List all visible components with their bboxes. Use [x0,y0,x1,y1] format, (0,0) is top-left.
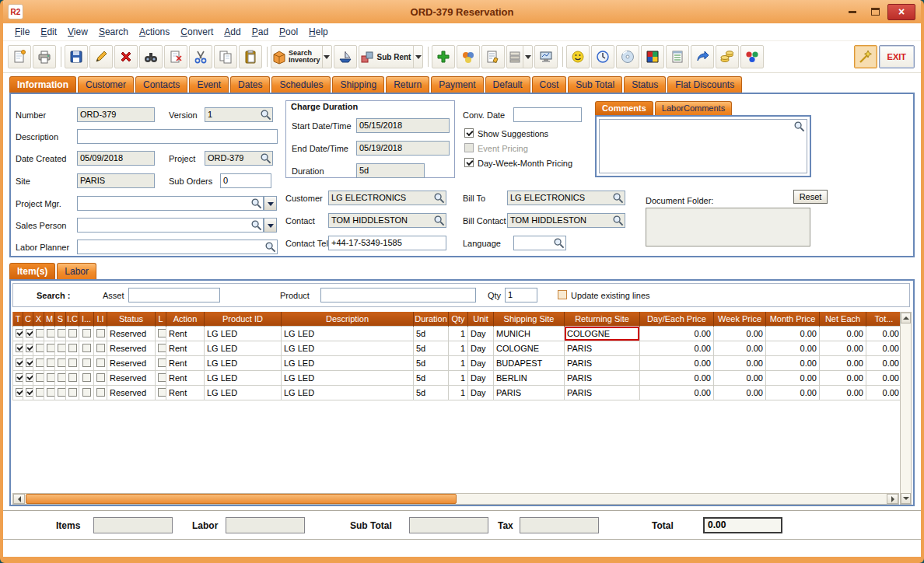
reports-button[interactable] [534,45,558,68]
qty-cell[interactable]: 1 [449,355,468,370]
row-checkbox[interactable] [58,358,66,367]
customer-field[interactable]: LG ELECTRONICS [328,191,446,205]
unit-cell[interactable]: Day [468,341,494,355]
find-button[interactable] [139,45,163,68]
row-checkbox[interactable] [68,358,77,367]
menu-edit[interactable]: Edit [35,23,62,40]
row-checkbox[interactable] [47,373,55,382]
checkbox-cell[interactable] [13,341,23,355]
checkbox-cell[interactable] [79,370,94,385]
returning-site-cell[interactable]: PARIS [565,341,640,355]
row-checkbox[interactable] [26,373,33,382]
bill-to-search-icon[interactable] [612,192,624,204]
price-cell[interactable]: 0.00 [766,370,820,385]
qty-cell[interactable]: 1 [449,385,468,400]
bill-contact-search-icon[interactable] [612,215,624,226]
tab-payment[interactable]: Payment [431,76,483,93]
checkbox-cell[interactable] [23,370,33,385]
checkbox-cell[interactable] [13,370,23,385]
row-checkbox[interactable] [96,329,105,337]
titlebar[interactable]: R2 ORD-379 Reservation × [3,0,921,23]
pool-button[interactable] [740,45,764,68]
product-id-cell[interactable]: LG LED [205,355,282,370]
transfer-button[interactable] [691,45,714,68]
duration-cell[interactable]: 5d [414,326,449,341]
description-cell[interactable]: LG LED [282,326,414,341]
shipping-site-cell[interactable]: BUDAPEST [494,355,565,370]
column-header-t[interactable]: T [13,312,23,326]
price-cell[interactable]: 0.00 [714,385,766,400]
duration-cell[interactable]: 5d [414,341,449,355]
tab-item-s-[interactable]: Item(s) [9,263,55,279]
column-header-l[interactable]: L [156,312,166,326]
price-cell[interactable]: 0.00 [714,341,766,355]
row-checkbox[interactable] [82,358,91,367]
row-checkbox[interactable] [158,344,166,352]
bill-contact-field[interactable]: TOM HIDDLESTON [507,213,625,228]
checkbox-cell[interactable] [156,385,166,400]
unit-cell[interactable]: Day [468,385,494,400]
description-cell[interactable]: LG LED [282,355,414,370]
dropdown-arrow-icon[interactable] [322,46,331,68]
customer-search-icon[interactable] [433,192,445,204]
checkbox-cell[interactable] [23,355,33,370]
returning-site-cell[interactable]: COLOGNE [565,326,640,341]
tab-customer[interactable]: Customer [78,76,134,93]
column-header-m[interactable]: M [44,312,55,326]
scroll-left-arrow[interactable] [13,494,25,504]
row-checkbox[interactable] [26,388,33,397]
scroll-down-arrow[interactable] [901,493,911,504]
price-cell[interactable]: 0.00 [866,341,902,355]
checkbox-cell[interactable] [156,370,166,385]
cut-button[interactable] [189,45,212,68]
menu-view[interactable]: View [62,23,93,40]
tab-labor[interactable]: Labor [57,263,96,279]
column-header-week-price[interactable]: Week Price [714,312,766,326]
tab-contacts[interactable]: Contacts [135,76,187,93]
document-folder-box[interactable] [646,208,810,247]
contact-field[interactable]: TOM HIDDLESTON [328,213,446,228]
minimize-button[interactable] [842,5,863,19]
price-cell[interactable]: 0.00 [766,385,820,400]
action-cell[interactable]: Rent [166,370,205,385]
row-checkbox[interactable] [82,344,91,352]
row-checkbox[interactable] [58,373,66,382]
sales-person-field[interactable] [77,218,264,233]
search-inventory-button[interactable]: SearchInventory [271,45,332,68]
update-existing-lines-checkbox[interactable] [558,290,567,299]
exit-button[interactable]: EXIT [879,45,915,68]
checkbox-cell[interactable] [55,370,66,385]
row-checkbox[interactable] [68,373,77,382]
checkbox-cell[interactable] [79,326,94,341]
menu-pad[interactable]: Pad [247,23,274,40]
price-cell[interactable]: 0.00 [714,370,766,385]
date-created-field[interactable]: 05/09/2018 [77,151,155,166]
column-header-unit[interactable]: Unit [468,312,494,326]
row-checkbox[interactable] [158,358,166,367]
checkbox-cell[interactable] [44,326,55,341]
action-cell[interactable]: Rent [166,355,205,370]
media-button[interactable] [616,45,639,68]
row-checkbox[interactable] [82,329,91,337]
price-cell[interactable]: 0.00 [820,341,866,355]
row-checkbox[interactable] [47,344,55,352]
dropdown-arrow-icon[interactable] [413,46,422,68]
table-row[interactable]: ReservedRentLG LEDLG LED5d1DayBERLINPARI… [13,370,902,385]
column-header-qty[interactable]: Qty [449,312,468,326]
row-checkbox[interactable] [36,388,44,397]
price-cell[interactable]: 0.00 [820,355,866,370]
print-button[interactable] [33,45,56,68]
price-cell[interactable]: 0.00 [640,355,714,370]
price-cell[interactable]: 0.00 [766,326,820,341]
table-row[interactable]: ReservedRentLG LEDLG LED5d1DayBUDAPESTPA… [13,355,902,370]
column-header-i-i[interactable]: I.I [94,312,107,326]
row-checkbox[interactable] [58,329,66,337]
row-checkbox[interactable] [16,388,23,397]
day-week-month-pricing-checkbox[interactable] [464,158,474,167]
row-checkbox[interactable] [16,358,23,367]
row-checkbox[interactable] [16,329,23,337]
checkbox-cell[interactable] [94,385,107,400]
version-field[interactable]: 1 [205,107,273,122]
product-id-cell[interactable]: LG LED [205,385,282,400]
customer-service-button[interactable] [566,45,590,68]
